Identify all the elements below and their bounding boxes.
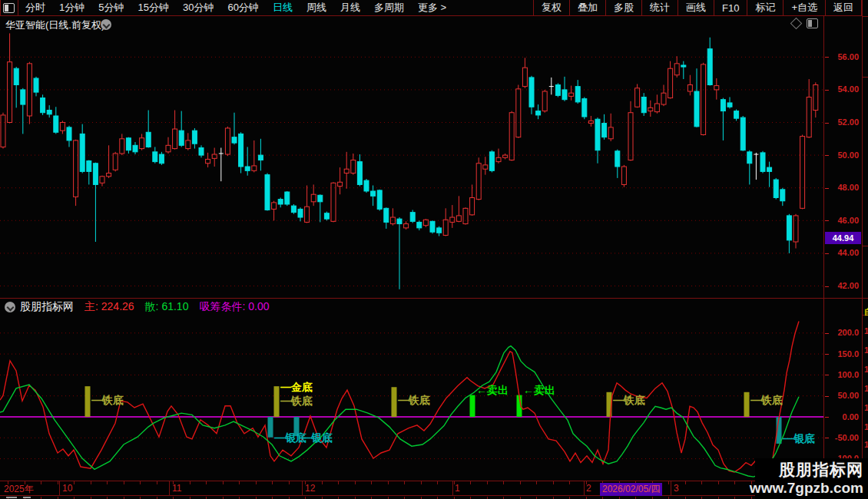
toolbar-left: 分时1分钟5分钟15分钟30分钟60分钟日线周线月线多周期更多 > [0,0,453,15]
watermark-title: 股朋指标网 [779,460,863,479]
axis-tick [825,375,829,375]
period-item[interactable]: 多周期 [367,1,411,15]
tool-button[interactable]: +自选 [783,0,825,15]
axis-tick [825,417,829,418]
tool-button[interactable]: 标记 [747,0,783,15]
date-tick [421,481,422,484]
indicator-name: 股朋指标网 [20,300,74,314]
tool-button[interactable]: 叠加 [569,0,605,15]
date-tick [223,481,224,484]
date-tick [536,481,537,484]
date-divider [169,481,170,495]
chevron-down-icon[interactable] [101,19,111,30]
clipped-digit: 1 [864,326,868,335]
axis-tick [825,57,829,58]
date-tick [685,481,686,484]
date-divider [302,481,303,495]
tool-button[interactable]: 统计 [641,0,678,15]
axis-tick [825,253,829,254]
indicator-chart[interactable]: —铁底—金底—铁底—银底—银底—铁底←卖出←卖出—铁底—铁底—银底 [0,315,823,481]
diamond-icon[interactable] [790,18,803,30]
layout-panel-icon[interactable] [3,3,15,13]
chevron-down-icon[interactable] [5,302,15,312]
price-tick-label: 44.00 [837,248,859,257]
date-tick [388,481,389,484]
axis-tick [825,220,829,221]
indicator-tick-label: 200.0 [837,328,859,337]
date-divider [452,481,453,495]
date-tick [470,481,471,484]
price-tick-label: 46.00 [837,216,859,225]
axis-tick [825,90,829,91]
date-label: 10 [62,483,72,494]
period-item[interactable]: 1分钟 [52,1,91,15]
date-tick [206,481,207,484]
period-item[interactable]: 30分钟 [176,1,220,15]
watermark: 股朋指标网 www.7gpzb.com [755,458,868,499]
axis-tick [825,155,829,156]
tool-button[interactable]: 返回 [825,0,862,15]
date-axis[interactable]: 2025年101112122026/02/05/四3 [0,481,862,495]
date-label: 11 [172,483,181,494]
last-price-marker: 44.94 [825,232,861,244]
period-item[interactable]: 分时 [18,1,52,15]
signal-label: —铁底 [91,394,124,406]
period-item[interactable]: 日线 [266,1,300,15]
date-tick [355,481,356,484]
axis-tick [825,188,829,189]
signal-label: ←卖出 [476,384,509,396]
date-tick [404,481,405,484]
signal-label: —铁底 [398,394,430,406]
panel-separator [0,298,862,299]
signal-label: —银底 [300,431,333,444]
price-tick-label: 56.00 [837,52,859,61]
date-tick [668,481,669,484]
clipped-side-panel: 自1111111 [862,0,868,499]
date-tick [124,481,124,484]
date-label: 12 [305,483,315,494]
tool-button[interactable]: 多股 [605,0,641,15]
date-tick [371,481,372,484]
clipped-text-fragment: 自 [864,306,868,318]
period-item[interactable]: 更多 > [411,1,453,15]
price-tick-label: 54.00 [837,84,859,94]
signal-label: ←卖出 [523,384,555,396]
indicator-value: 主: 224.26 [84,300,134,314]
chart-title-row: 华亚智能(日线.前复权) [0,16,823,32]
clipped-text-fragment [23,497,31,498]
date-label: 2025年 [4,483,34,496]
signal-label: —金底 [280,381,313,393]
clipped-digit: 1 [864,440,868,449]
clipped-digit: 1 [864,365,868,374]
date-tick [701,481,702,484]
clipped-border [863,246,868,246]
date-tick [289,481,290,484]
clipped-text-fragment [6,497,17,498]
date-tick [322,481,323,484]
period-item[interactable]: 60分钟 [220,1,265,15]
price-tick-label: 48.00 [837,183,859,192]
price-tick-label: 50.00 [837,150,859,160]
period-item[interactable]: 周线 [300,1,333,15]
date-tick [520,481,521,484]
tool-button[interactable]: 复权 [533,0,569,15]
date-tick [718,481,719,484]
clipped-border [863,298,868,299]
candlestick-chart[interactable] [0,32,823,298]
period-item[interactable]: 5分钟 [91,1,131,15]
period-toolbar: 分时1分钟5分钟15分钟30分钟60分钟日线周线月线多周期更多 > 复权叠加多股… [0,0,868,16]
window-pane-icon[interactable] [807,18,818,28]
indicator-tick-label: -50.00 [835,433,859,442]
date-tick [734,481,735,484]
axis-tick [825,123,829,124]
indicator-values: 主: 224.26散: 61.10吸筹条件: 0.00 [84,300,280,314]
period-item[interactable]: 15分钟 [131,1,175,15]
tool-button[interactable]: 画线 [678,0,714,15]
current-date-label: 2026/02/05/四 [600,483,662,496]
indicator-axis: 200.0150.0100.050.000.00-50.00-100.0 [824,315,862,481]
axis-tick [825,396,829,397]
date-tick [569,481,570,484]
tool-button[interactable]: F10 [714,0,747,15]
period-item[interactable]: 月线 [333,1,367,15]
corner-icons [792,18,818,28]
